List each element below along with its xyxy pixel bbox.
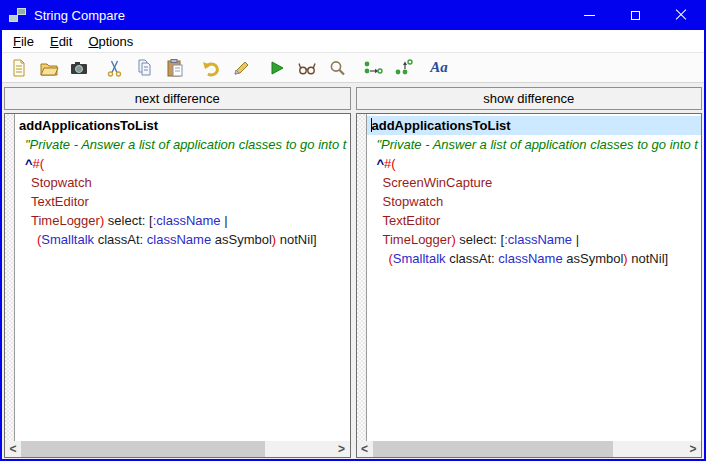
close-icon (675, 9, 687, 21)
minimize-icon (584, 15, 595, 16)
highlighter-pen-icon (231, 58, 251, 78)
compare-area: next difference addApplicationsToList"Pr… (2, 83, 704, 459)
left-code-editor[interactable]: addApplicationsToList"Private - Answer a… (15, 114, 350, 441)
magnifier-icon (327, 58, 347, 78)
open-folder-icon (39, 58, 59, 78)
left-pane: next difference addApplicationsToList"Pr… (4, 87, 351, 458)
new-button[interactable] (8, 57, 30, 79)
right-pane: show difference addApplicationsToList"Pr… (356, 87, 703, 458)
toolbar: Aa (2, 52, 704, 83)
cut-scissors-icon (105, 58, 125, 78)
code-line: "Private - Answer a list of application … (15, 135, 350, 154)
maximize-icon (631, 11, 640, 20)
font-icon: Aa (430, 59, 448, 76)
open-button[interactable] (38, 57, 60, 79)
show-difference-button[interactable] (392, 57, 414, 79)
code-line: ^#( (15, 154, 350, 173)
code-line: addApplicationsToList (15, 116, 350, 135)
scroll-left-arrow[interactable]: < (5, 441, 21, 457)
menu-item-edit[interactable]: Edit (42, 32, 80, 51)
close-button[interactable] (658, 0, 704, 30)
next-difference-header-button[interactable]: next difference (4, 87, 351, 110)
new-document-icon (9, 58, 29, 78)
compare-windows-icon (9, 8, 26, 22)
show-difference-header-button[interactable]: show difference (356, 87, 703, 110)
show-difference-graph-icon (393, 58, 413, 78)
copy-button[interactable] (134, 57, 156, 79)
paste-clipboard-icon (165, 58, 185, 78)
code-line: ScreenWinCapture (367, 173, 702, 192)
code-line: "Private - Answer a list of application … (367, 135, 702, 154)
code-line: TextEditor (15, 192, 350, 211)
maximize-button[interactable] (612, 0, 658, 30)
scroll-left-arrow[interactable]: < (357, 441, 373, 457)
right-code-editor[interactable]: addApplicationsToList"Private - Answer a… (367, 114, 702, 441)
scroll-right-arrow[interactable]: > (334, 441, 350, 457)
search-button[interactable] (326, 57, 348, 79)
scroll-thumb[interactable] (21, 441, 265, 457)
copy-icon (135, 58, 155, 78)
code-line: TimeLogger) select: [:className | (367, 230, 702, 249)
left-pane-frame: addApplicationsToList"Private - Answer a… (4, 113, 351, 458)
marker-button[interactable] (230, 57, 252, 79)
camera-icon (69, 58, 89, 78)
window-title: String Compare (34, 8, 566, 23)
string-compare-window: String Compare FileEditOptions (0, 0, 706, 461)
right-vertical-scrollbar (357, 114, 367, 441)
titlebar[interactable]: String Compare (2, 0, 704, 30)
left-vertical-scrollbar (5, 114, 15, 441)
font-button[interactable]: Aa (428, 57, 450, 79)
code-line: Stopwatch (367, 192, 702, 211)
browse-button[interactable] (296, 57, 318, 79)
menu-item-file[interactable]: File (5, 32, 42, 51)
code-line: (Smalltalk classAt: className asSymbol) … (367, 249, 702, 268)
menubar: FileEditOptions (2, 30, 704, 52)
right-horizontal-scrollbar: < > (357, 441, 702, 457)
menu-item-options[interactable]: Options (80, 32, 141, 51)
scroll-thumb[interactable] (373, 441, 614, 457)
play-icon (267, 58, 287, 78)
run-button[interactable] (266, 57, 288, 79)
code-line: ^#( (367, 154, 702, 173)
scroll-track[interactable] (373, 441, 686, 457)
code-line: TimeLogger) select: [:className | (15, 211, 350, 230)
next-difference-button[interactable] (362, 57, 384, 79)
right-pane-frame: addApplicationsToList"Private - Answer a… (356, 113, 703, 458)
spectacles-icon (297, 58, 317, 78)
scroll-track[interactable] (21, 441, 334, 457)
code-line: addApplicationsToList (367, 116, 702, 135)
cut-button[interactable] (104, 57, 126, 79)
left-horizontal-scrollbar: < > (5, 441, 350, 457)
next-difference-graph-icon (363, 58, 383, 78)
capture-button[interactable] (68, 57, 90, 79)
scroll-right-arrow[interactable]: > (685, 441, 701, 457)
undo-arrow-icon (201, 58, 221, 78)
code-line: TextEditor (367, 211, 702, 230)
code-line: (Smalltalk classAt: className asSymbol) … (15, 230, 350, 249)
paste-button[interactable] (164, 57, 186, 79)
undo-button[interactable] (200, 57, 222, 79)
minimize-button[interactable] (566, 0, 612, 30)
code-line: Stopwatch (15, 173, 350, 192)
